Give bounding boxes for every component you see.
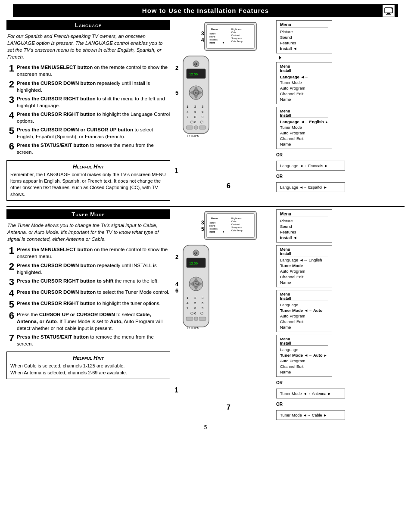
svg-text:9: 9 <box>202 306 204 310</box>
step-text: Press the CURSOR UP or CURSOR DOWN to se… <box>17 311 170 332</box>
step-text: Press the CURSOR DOWN or CURSOR UP butto… <box>17 126 170 140</box>
step-number: 2 <box>6 262 14 271</box>
menu-item: Features <box>280 40 328 46</box>
svg-text:4: 4 <box>187 301 189 305</box>
svg-text:⬡: ⬡ <box>190 120 193 124</box>
svg-text:Color: Color <box>231 31 237 34</box>
step-text: Press the CURSOR DOWN button repeatedly … <box>17 262 170 276</box>
or-label: OR <box>276 402 283 407</box>
svg-text:⏻: ⏻ <box>194 252 197 255</box>
step-text: Press the STATUS/EXIT button to remove t… <box>17 142 170 156</box>
page-header: How to Use the Installation Features <box>13 4 398 17</box>
language-illustration: Menu Picture Sound Features Install ◄ Br… <box>174 20 274 192</box>
step-number: 6 <box>6 311 14 320</box>
page-title: How to Use the Installation Features <box>142 7 269 14</box>
tuner-section: Tuner Mode The Tuner Mode allows you to … <box>6 209 405 420</box>
language-steps: 1 Press the MENU/SELECT button on the re… <box>6 64 170 156</box>
menu-item: Install ◄ <box>280 46 328 51</box>
svg-text:Color: Color <box>231 220 237 223</box>
svg-rect-0 <box>385 8 392 13</box>
or-label: OR <box>276 152 283 157</box>
menu-item: Picture <box>280 29 328 34</box>
svg-text:2: 2 <box>175 65 178 71</box>
step-row: 6 Press the STATUS/EXIT button to remove… <box>6 142 170 156</box>
step-row: 5 Press the CURSOR RIGHT button to highl… <box>6 300 170 309</box>
step-label-t7: 7 <box>227 404 230 411</box>
svg-rect-44 <box>194 126 198 129</box>
svg-text:1: 1 <box>187 296 189 300</box>
svg-text:⬡: ⬡ <box>200 311 203 315</box>
svg-text:Features: Features <box>209 227 218 230</box>
svg-rect-43 <box>186 126 193 129</box>
svg-text:0: 0 <box>194 311 196 315</box>
menu-item: Language ◄→ <box>280 74 328 80</box>
svg-text:Features: Features <box>209 38 218 41</box>
svg-text:5: 5 <box>175 90 178 96</box>
or-label: OR <box>276 174 283 179</box>
svg-text:5: 5 <box>201 226 204 232</box>
step-text: Press the MENU/SELECT button on the remo… <box>17 64 170 78</box>
remote-control: ⏻ 12:00 OK <box>174 52 274 148</box>
step-text: Press the CURSOR RIGHT button to highlig… <box>17 300 161 307</box>
svg-text:2: 2 <box>194 105 196 109</box>
tuner-hint-box: Helpful Hint When Cable is selected, cha… <box>6 352 170 379</box>
svg-text:7: 7 <box>187 115 189 119</box>
step-number: 4 <box>6 289 14 298</box>
step-label-t1: 1 <box>174 386 178 394</box>
remote-svg: ⏻ 12:00 OK <box>174 52 218 146</box>
language-hint-text: Remember, the LANGUAGE control makes onl… <box>10 171 166 198</box>
svg-text:5: 5 <box>194 301 196 305</box>
step-text: Press the CURSOR RIGHT button to highlig… <box>17 111 170 124</box>
menu-item: Name <box>280 141 328 147</box>
menu-box-espanol: Language ◄→ Español ► <box>276 182 345 192</box>
menu-item: Language ◄→ English ► <box>280 119 328 124</box>
step-text: Press the CURSOR DOWN button to select t… <box>17 289 169 296</box>
step-text: Press the STATUS/EXIT button to remove t… <box>17 333 170 347</box>
step-row: 3 Press the CURSOR RIGHT button to shift… <box>6 95 170 109</box>
svg-rect-88 <box>186 317 193 320</box>
menu-box-3: MenuInstall Language ◄→ English ► Tuner … <box>276 107 332 149</box>
language-right: Menu Picture Sound Features Install ◄ Br… <box>174 20 405 201</box>
step-number: 1 <box>6 246 14 255</box>
tuner-hint-title: Helpful Hint <box>10 355 166 361</box>
tuner-intro: The Tuner Mode allows you to change the … <box>6 222 170 243</box>
tv-screen-tuner: Menu Picture Sound Features Install ◄ Br… <box>200 209 261 245</box>
svg-text:4: 4 <box>187 110 189 114</box>
step-row: 2 Press the CURSOR DOWN button repeatedl… <box>6 262 170 276</box>
svg-rect-89 <box>194 317 198 320</box>
step-row: 4 Press the CURSOR DOWN button to select… <box>6 289 170 298</box>
svg-text:12:00: 12:00 <box>189 261 198 265</box>
menu-item: Auto Program <box>280 85 328 91</box>
or-label: OR <box>276 380 283 385</box>
svg-text:Picture: Picture <box>209 32 216 35</box>
language-title: Language <box>6 20 170 30</box>
menu-item: Tuner Mode <box>280 80 328 85</box>
menu-item: Tuner Mode <box>280 124 328 130</box>
page-number: 5 <box>6 420 405 433</box>
svg-text:7: 7 <box>187 306 189 310</box>
svg-text:4: 4 <box>175 281 179 287</box>
svg-text:3: 3 <box>202 296 204 300</box>
svg-text:PHILIPS: PHILIPS <box>187 134 199 137</box>
tv-svg-tuner: Menu Picture Sound Features Install ◄ Br… <box>200 209 261 244</box>
svg-text:◄: ◄ <box>222 230 224 233</box>
svg-text:1: 1 <box>187 105 189 109</box>
step-text: Press the MENU/SELECT button on the remo… <box>17 246 170 260</box>
language-hint-title: Helpful Hint <box>10 163 166 170</box>
svg-text:⬡: ⬡ <box>200 120 203 124</box>
svg-text:Install: Install <box>209 230 215 233</box>
step-number: 5 <box>6 300 14 309</box>
step-number: 5 <box>6 126 14 136</box>
step-text: Press the CURSOR RIGHT button to shift t… <box>17 277 159 284</box>
svg-rect-90 <box>199 317 206 320</box>
svg-text:Sharpness: Sharpness <box>231 37 242 40</box>
tuner-menu-box-3: MenuInstall Language Tuner Mode ◄→ Auto … <box>276 290 332 332</box>
svg-text:Sharpness: Sharpness <box>231 226 242 229</box>
svg-text:⏻: ⏻ <box>194 62 197 65</box>
menu-item: Sound <box>280 34 328 40</box>
svg-text:Menu: Menu <box>211 217 218 220</box>
menu-box-francais: Language ◄→ Francais ► <box>276 161 345 171</box>
svg-text:Color Temp.: Color Temp. <box>231 229 243 232</box>
step-number: 3 <box>6 95 14 105</box>
language-left: Language For our Spanish and French-spea… <box>6 20 170 201</box>
